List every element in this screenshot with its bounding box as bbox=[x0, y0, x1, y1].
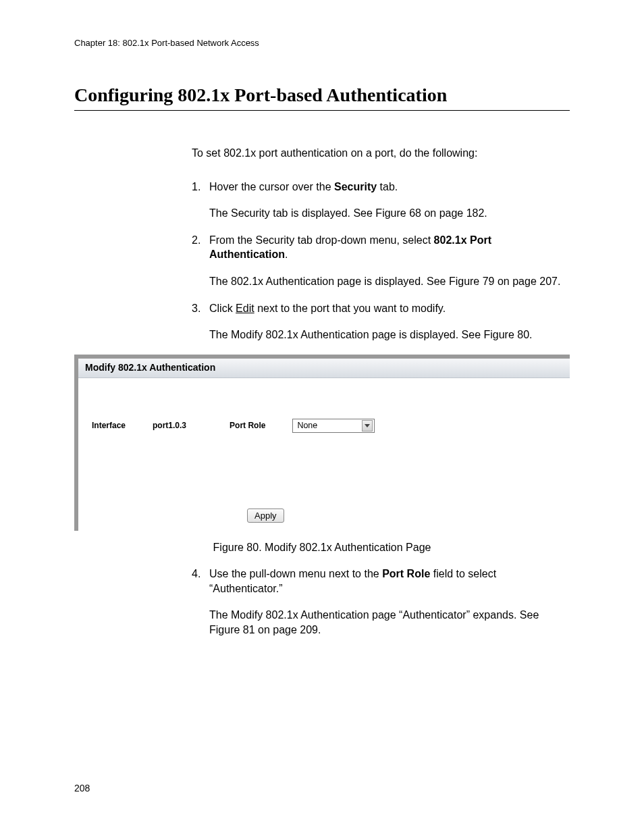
step-instruction: Click Edit next to the port that you wan… bbox=[209, 301, 570, 316]
intro-text: To set 802.1x port authentication on a p… bbox=[192, 146, 570, 161]
chevron-down-icon bbox=[362, 420, 373, 432]
step-number: 1. bbox=[192, 180, 209, 221]
step-instruction: From the Security tab drop-down menu, se… bbox=[209, 233, 570, 262]
step-1: 1. Hover the cursor over the Security ta… bbox=[192, 180, 570, 221]
step-number: 3. bbox=[192, 301, 209, 342]
figure-screenshot: Modify 802.1x Authentication Interface p… bbox=[74, 355, 570, 531]
step-result: The Modify 802.1x Authentication page is… bbox=[209, 328, 570, 342]
step-result: The Security tab is displayed. See Figur… bbox=[209, 206, 570, 221]
step-2: 2. From the Security tab drop-down menu,… bbox=[192, 233, 570, 289]
step-result: The Modify 802.1x Authentication page “A… bbox=[209, 608, 570, 637]
interface-label: Interface bbox=[92, 420, 126, 431]
step-number: 2. bbox=[192, 233, 209, 289]
step-number: 4. bbox=[192, 567, 209, 637]
step-instruction: Hover the cursor over the Security tab. bbox=[209, 180, 570, 194]
step-instruction: Use the pull-down menu next to the Port … bbox=[209, 567, 570, 596]
apply-button[interactable]: Apply bbox=[247, 509, 284, 523]
portrole-label: Port Role bbox=[230, 420, 265, 431]
step-result: The 802.1x Authentication page is displa… bbox=[209, 274, 570, 289]
interface-value: port1.0.3 bbox=[153, 420, 186, 431]
portrole-dropdown-value: None bbox=[297, 420, 317, 432]
step-4: 4. Use the pull-down menu next to the Po… bbox=[192, 567, 570, 637]
portrole-dropdown[interactable]: None bbox=[292, 419, 375, 433]
svg-marker-0 bbox=[365, 424, 370, 427]
chapter-header: Chapter 18: 802.1x Port-based Network Ac… bbox=[74, 38, 570, 48]
step-3: 3. Click Edit next to the port that you … bbox=[192, 301, 570, 342]
figure-caption: Figure 80. Modify 802.1x Authentication … bbox=[74, 540, 570, 555]
panel-title: Modify 802.1x Authentication bbox=[78, 359, 570, 378]
page-heading: Configuring 802.1x Port-based Authentica… bbox=[74, 84, 570, 111]
figure-80: Modify 802.1x Authentication Interface p… bbox=[74, 355, 570, 554]
page-number: 208 bbox=[74, 783, 90, 793]
